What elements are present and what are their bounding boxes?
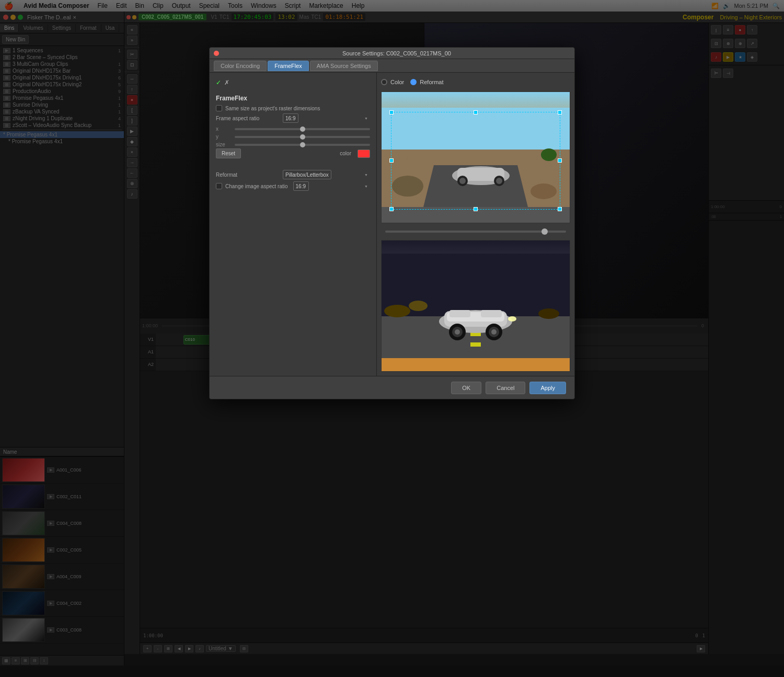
same-size-label: Same size as project's raster dimensions [225, 106, 320, 111]
x-slider-row: x [216, 125, 370, 133]
reset-button[interactable]: Reset [216, 148, 241, 158]
modal-title: Source Settings: C002_C005_0217MS_00 [223, 50, 570, 56]
handle-bottom[interactable] [474, 207, 478, 211]
tab-indicators: ✓ ✗ [216, 79, 370, 86]
reset-color-row: Reset color [216, 148, 370, 158]
between-slider-track[interactable] [385, 231, 566, 233]
apply-button[interactable]: Apply [529, 382, 566, 394]
source-preview-image [381, 91, 570, 223]
frameflex-settings: ✓ ✗ FrameFlex Same size as project's ras… [210, 73, 377, 376]
corner-bl[interactable] [389, 207, 394, 211]
modal-titlebar: Source Settings: C002_C005_0217MS_00 [210, 48, 574, 59]
size-slider-thumb[interactable] [300, 142, 305, 147]
change-aspect-select-wrap: 16:9 4:3 [293, 181, 370, 191]
reformat-select-wrap: Pillarbox/Letterbox Stretch Crop [283, 170, 370, 179]
svg-point-31 [538, 308, 559, 319]
x-slider-label: x [216, 126, 232, 132]
preview-panel: Color Reformat [377, 73, 574, 376]
y-slider[interactable] [235, 136, 370, 138]
svg-rect-21 [449, 310, 470, 317]
frameflex-title: FrameFlex [216, 95, 370, 102]
output-frame-svg [382, 240, 570, 371]
svg-rect-17 [470, 342, 481, 347]
reformat-radio-button[interactable] [410, 79, 417, 85]
size-slider-row: size [216, 141, 370, 148]
selection-border [391, 112, 560, 210]
ok-button[interactable]: OK [451, 382, 481, 394]
svg-point-28 [491, 329, 497, 335]
svg-point-30 [384, 305, 410, 317]
change-aspect-checkbox[interactable] [216, 183, 222, 189]
aspect-ratio-row: Frame aspect ratio 16:9 4:3 1:1 [216, 113, 370, 123]
color-radio-label: Color [390, 79, 404, 85]
between-slider-thumb[interactable] [541, 228, 548, 235]
color-radio-button[interactable] [381, 79, 387, 85]
handle-right[interactable] [558, 158, 562, 163]
change-aspect-label: Change image aspect ratio [225, 183, 288, 189]
corner-tr[interactable] [558, 110, 562, 114]
modal-body: ✓ ✗ FrameFlex Same size as project's ras… [210, 73, 574, 376]
size-slider[interactable] [235, 144, 370, 146]
modal-close-button[interactable] [214, 51, 219, 56]
y-slider-row: y [216, 133, 370, 141]
same-size-row: Same size as project's raster dimensions [216, 105, 370, 111]
cancel-button[interactable]: Cancel [486, 382, 525, 394]
modal-footer: OK Cancel Apply [210, 376, 574, 399]
x-icon: ✗ [224, 79, 229, 86]
preview-header: Color Reformat [381, 77, 570, 87]
tab-color-encoding[interactable]: Color Encoding [214, 61, 267, 71]
color-swatch[interactable] [358, 150, 370, 158]
reformat-row: Reformat Pillarbox/Letterbox Stretch Cro… [216, 170, 370, 179]
tab-ama-source[interactable]: AMA Source Settings [310, 61, 378, 71]
output-preview-image [381, 240, 570, 372]
reformat-label: Reformat [216, 172, 279, 178]
between-slider [381, 227, 570, 236]
change-aspect-row: Change image aspect ratio 16:9 4:3 [216, 181, 370, 191]
handle-left[interactable] [389, 158, 394, 163]
aspect-ratio-select[interactable]: 16:9 4:3 1:1 [283, 113, 298, 123]
check-icon: ✓ [216, 79, 221, 86]
change-aspect-select[interactable]: 16:9 4:3 [293, 181, 309, 191]
y-slider-label: y [216, 134, 232, 140]
svg-point-27 [455, 329, 460, 335]
corner-br[interactable] [558, 207, 562, 211]
reformat-radio-row: Reformat [410, 79, 443, 85]
color-label: color [340, 151, 351, 156]
color-radio-row: Color [381, 79, 404, 85]
svg-rect-22 [481, 310, 502, 317]
same-size-checkbox[interactable] [216, 105, 222, 111]
output-frame [382, 240, 570, 371]
size-slider-label: size [216, 142, 232, 147]
x-slider[interactable] [235, 128, 370, 130]
reformat-radio-label: Reformat [420, 79, 443, 85]
aspect-ratio-select-wrap: 16:9 4:3 1:1 [283, 113, 370, 123]
handle-top[interactable] [474, 110, 478, 114]
source-settings-dialog: Source Settings: C002_C005_0217MS_00 Col… [209, 47, 575, 399]
corner-tl[interactable] [389, 110, 394, 114]
aspect-ratio-label: Frame aspect ratio [216, 116, 279, 121]
tab-frameflex[interactable]: FrameFlex [268, 61, 309, 71]
x-slider-thumb[interactable] [300, 127, 305, 132]
svg-point-32 [409, 301, 428, 311]
reformat-section: Reformat Pillarbox/Letterbox Stretch Cro… [216, 170, 370, 193]
y-slider-thumb[interactable] [300, 134, 305, 140]
frameflex-section: FrameFlex Same size as project's raster … [216, 95, 370, 160]
reformat-select[interactable]: Pillarbox/Letterbox Stretch Crop [283, 170, 331, 179]
modal-tabs: Color Encoding FrameFlex AMA Source Sett… [210, 59, 574, 73]
source-frame [382, 92, 570, 223]
svg-point-29 [508, 316, 516, 322]
modal-overlay: Source Settings: C002_C005_0217MS_00 Col… [0, 0, 784, 677]
